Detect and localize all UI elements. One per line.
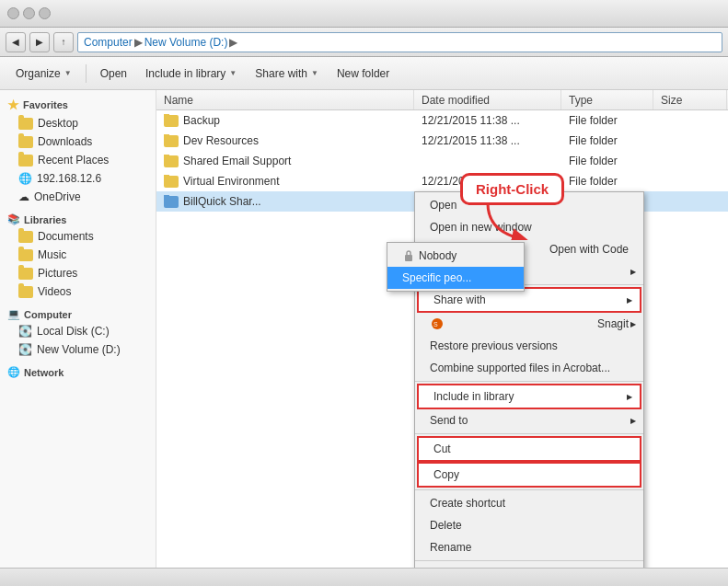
dev-folder-icon xyxy=(164,135,179,147)
libraries-section: 📚 Libraries Documents Music Pictures Vid… xyxy=(0,210,156,301)
lock-icon xyxy=(402,249,415,262)
address-path[interactable]: Computer ▶ New Volume (D:) ▶ xyxy=(77,32,722,52)
sidebar-item-c-drive[interactable]: 💽 Local Disk (C:) xyxy=(0,322,156,340)
toolbar: Organize ▼ Open Include in library ▼ Sha… xyxy=(0,57,728,90)
sidebar-item-recent-label: Recent Places xyxy=(38,154,109,167)
sidebar-item-pictures[interactable]: Pictures xyxy=(0,264,156,282)
minimize-btn[interactable] xyxy=(7,7,19,19)
ctx-rename-label: Rename xyxy=(430,541,471,554)
status-bar xyxy=(0,568,728,586)
sidebar-item-music[interactable]: Music xyxy=(0,246,156,264)
ctx-copy[interactable]: Copy xyxy=(417,462,641,488)
ctx-snagit[interactable]: S Snagit xyxy=(415,313,643,335)
backup-type: File folder xyxy=(561,114,653,127)
favorites-section: ★ Favorites Desktop Downloads Recent Pla… xyxy=(0,94,156,206)
downloads-folder-icon xyxy=(18,136,33,148)
up-button[interactable]: ↑ xyxy=(53,32,74,52)
favorites-label: Favorites xyxy=(23,99,68,110)
ctx-open-new[interactable]: Open in new window xyxy=(415,216,643,238)
dev-label: Dev Resources xyxy=(183,134,259,147)
sidebar-item-music-label: Music xyxy=(38,248,66,261)
path-volume: New Volume (D:) xyxy=(144,36,228,49)
computer-section: 💻 Computer 💽 Local Disk (C:) 💽 New Volum… xyxy=(0,304,156,359)
ctx-cut[interactable]: Cut xyxy=(417,436,641,462)
ctx-acrobat-label: Combine supported files in Acrobat... xyxy=(430,362,610,374)
sidebar-item-downloads[interactable]: Downloads xyxy=(0,132,156,151)
main-layout: ★ Favorites Desktop Downloads Recent Pla… xyxy=(0,90,728,568)
ctx-send-to[interactable]: Send to xyxy=(415,409,643,431)
ctx-open[interactable]: Open xyxy=(415,194,643,216)
sidebar-item-downloads-label: Downloads xyxy=(38,135,92,148)
share-with-button[interactable]: Share with ▼ xyxy=(247,62,327,86)
ctx-restore-label: Restore previous versions xyxy=(430,339,558,352)
sub-nobody-label: Nobody xyxy=(419,249,456,262)
shared-folder-icon xyxy=(164,155,179,167)
ctx-delete[interactable]: Delete xyxy=(415,514,643,536)
backup-label: Backup xyxy=(183,114,220,127)
address-bar: ◀ ▶ ↑ Computer ▶ New Volume (D:) ▶ xyxy=(0,28,728,57)
virtual-type: File folder xyxy=(561,175,653,188)
sub-specific[interactable]: Specific peo... xyxy=(387,267,524,289)
maximize-btn[interactable] xyxy=(23,7,35,19)
sidebar-item-onedrive[interactable]: ☁ OneDrive xyxy=(0,188,156,206)
dev-date: 12/21/2015 11:38 ... xyxy=(414,134,561,147)
organize-button[interactable]: Organize ▼ xyxy=(7,62,80,86)
virtual-label: Virtual Environment xyxy=(183,175,280,188)
dev-type: File folder xyxy=(561,134,653,147)
content-area: Name Date modified Type Size Backup 12/2… xyxy=(156,90,728,568)
ctx-sep-3 xyxy=(415,433,643,434)
new-folder-button[interactable]: New folder xyxy=(329,62,398,86)
sidebar-item-desktop[interactable]: Desktop xyxy=(0,114,156,132)
videos-folder-icon xyxy=(18,286,33,298)
ctx-share-with-label: Share with xyxy=(433,293,486,306)
col-header-type[interactable]: Type xyxy=(561,90,653,109)
forward-button[interactable]: ▶ xyxy=(29,32,50,52)
ctx-acrobat[interactable]: Combine supported files in Acrobat... xyxy=(415,357,643,379)
virtual-date: 12/21/2015 11:38 ... xyxy=(414,175,561,188)
sidebar-item-c-drive-label: Local Disk (C:) xyxy=(37,325,110,338)
file-row[interactable]: Backup 12/21/2015 11:38 ... File folder xyxy=(156,110,728,131)
close-btn[interactable] xyxy=(39,7,51,19)
c-drive-icon: 💽 xyxy=(18,325,32,338)
shared-type: File folder xyxy=(561,155,653,167)
ctx-restore[interactable]: Restore previous versions xyxy=(415,335,643,357)
toolbar-sep-1 xyxy=(86,64,87,83)
share-with-label: Share with xyxy=(255,67,307,80)
open-button[interactable]: Open xyxy=(92,62,135,86)
file-row[interactable]: Dev Resources 12/21/2015 11:38 ... File … xyxy=(156,131,728,151)
include-library-arrow: ▼ xyxy=(229,69,237,77)
sidebar-item-d-drive[interactable]: 💽 New Volume (D:) xyxy=(0,340,156,359)
sidebar-item-documents-label: Documents xyxy=(38,230,94,243)
sidebar-item-recent[interactable]: Recent Places xyxy=(0,151,156,169)
ctx-include-lib[interactable]: Include in library xyxy=(417,384,641,409)
star-icon: ★ xyxy=(7,98,19,112)
sub-nobody[interactable]: Nobody xyxy=(387,245,524,267)
include-library-button[interactable]: Include in library ▼ xyxy=(137,62,245,86)
sidebar-item-documents[interactable]: Documents xyxy=(0,227,156,246)
ctx-shortcut[interactable]: Create shortcut xyxy=(415,492,643,514)
title-bar xyxy=(0,0,728,28)
col-header-size[interactable]: Size xyxy=(653,90,727,109)
sidebar-item-ip[interactable]: 🌐 192.168.12.6 xyxy=(0,169,156,188)
col-header-date[interactable]: Date modified xyxy=(414,90,561,109)
ctx-cut-label: Cut xyxy=(433,442,451,455)
file-name-virtual: Virtual Environment xyxy=(156,175,414,188)
backup-date: 12/21/2015 11:38 ... xyxy=(414,114,561,127)
file-row[interactable]: Shared Email Support File folder xyxy=(156,151,728,171)
ctx-properties[interactable]: Properties xyxy=(415,563,643,568)
billquick-folder-icon xyxy=(164,196,179,208)
d-drive-icon: 💽 xyxy=(18,343,32,356)
ip-icon: 🌐 xyxy=(18,172,32,185)
shared-label: Shared Email Support xyxy=(183,155,291,167)
ctx-rename[interactable]: Rename xyxy=(415,536,643,558)
file-row[interactable]: Virtual Environment 12/21/2015 11:38 ...… xyxy=(156,171,728,191)
ctx-sep-4 xyxy=(415,489,643,490)
sidebar-item-onedrive-label: OneDrive xyxy=(34,190,81,203)
col-header-name[interactable]: Name xyxy=(156,90,414,109)
sidebar-item-videos-label: Videos xyxy=(38,285,71,298)
sidebar-item-pictures-label: Pictures xyxy=(38,267,77,280)
sidebar-item-videos[interactable]: Videos xyxy=(0,282,156,301)
back-button[interactable]: ◀ xyxy=(6,32,26,52)
organize-label: Organize xyxy=(16,67,61,80)
ctx-open-code-label: Open with Code xyxy=(549,243,629,256)
